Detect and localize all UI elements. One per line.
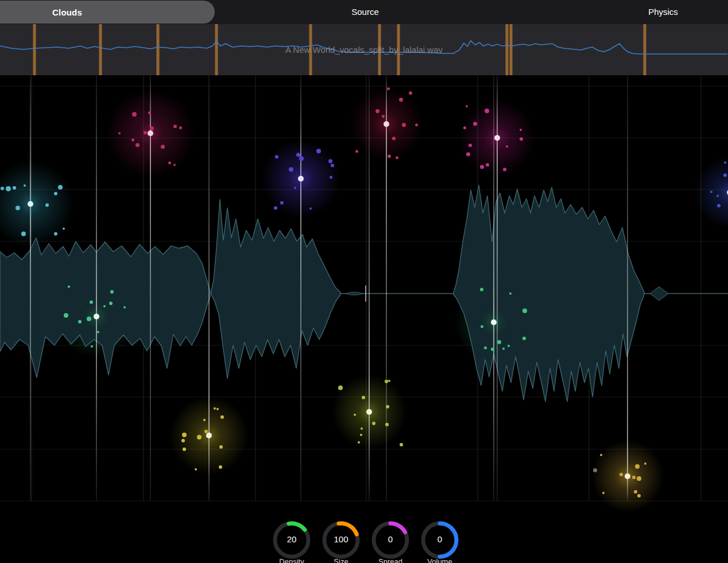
tab-clouds[interactable]: Clouds (0, 1, 215, 24)
grain-dot (717, 195, 719, 198)
olive-cloud-center[interactable] (366, 409, 372, 415)
grain-dot (388, 380, 390, 382)
grain-dot (219, 465, 222, 469)
olive-cloud-flare-beam (369, 75, 370, 501)
pink-cloud-glow (88, 71, 212, 195)
volume-knob-value: 0 (420, 534, 459, 544)
grain-dot (274, 206, 277, 209)
grain-dot (520, 137, 523, 141)
grain-dot (361, 427, 363, 430)
grain-dot (486, 163, 489, 167)
waveform-overview-strip[interactable]: A New World_vocals_split_by_lalalai.wav (0, 24, 728, 75)
tab-source[interactable]: Source (325, 0, 405, 24)
grain-dot (355, 150, 358, 153)
grain-dot (484, 346, 487, 349)
volume-knob[interactable]: 0 Volume (420, 520, 459, 563)
grain-dot (358, 441, 359, 443)
grain-dot (309, 207, 312, 210)
grain-dot (354, 414, 357, 417)
grain-dot (634, 490, 637, 493)
crimson-cloud-center[interactable] (384, 121, 389, 127)
grain-dot (219, 445, 223, 449)
grain-dot (503, 168, 506, 171)
grain-dot (362, 396, 365, 399)
grain-dot (1, 187, 4, 190)
cloud-flare-layer (0, 0, 728, 563)
magenta-cloud-glow (444, 85, 550, 191)
grain-dot (508, 345, 510, 347)
spread-knob-value: 0 (371, 534, 410, 544)
teal-cloud-flare-beam (30, 75, 31, 501)
grain-dot (203, 419, 206, 422)
grain-dot (109, 302, 113, 305)
grain-dot (632, 476, 635, 479)
pink-cloud-center[interactable] (148, 130, 153, 136)
grain-dot (183, 448, 185, 450)
grain-dot (24, 184, 26, 187)
yellow-cloud-center[interactable] (206, 433, 212, 438)
green-left-cloud-glow (39, 259, 154, 374)
purple-cloud-center[interactable] (298, 176, 304, 182)
grain-dot (637, 494, 641, 498)
crimson-cloud-glow (336, 74, 437, 175)
grain-dot (522, 309, 526, 313)
grain-dot (78, 320, 82, 323)
green-right-cloud-center[interactable] (491, 319, 497, 325)
yellow-cloud-glow (154, 381, 264, 490)
grain-dot (13, 186, 16, 189)
grain-dot (110, 290, 114, 294)
gold-cloud-center[interactable] (625, 473, 630, 479)
density-knob[interactable]: 20 Density (272, 520, 311, 563)
grain-dot (220, 415, 224, 419)
grain-dot (214, 407, 216, 410)
grain-dot (216, 408, 219, 410)
grain-dot (396, 156, 398, 159)
grain-dot (299, 156, 303, 160)
grain-dot (331, 164, 334, 167)
grain-dot (491, 348, 494, 351)
grain-dot (197, 435, 202, 440)
grain-dot (275, 155, 278, 158)
magenta-cloud-center[interactable] (494, 135, 500, 141)
size-knob-value: 100 (322, 534, 361, 544)
grain-dot (593, 468, 597, 472)
grain-dot (481, 325, 483, 328)
grain-dot (386, 405, 390, 409)
teal-cloud-glow (0, 144, 91, 264)
grain-dot (135, 143, 140, 147)
grain-dot (150, 126, 154, 130)
grain-dot (97, 331, 100, 334)
grain-dot (123, 306, 126, 309)
spread-knob[interactable]: 0 Spread (371, 520, 410, 563)
grain-dot (118, 132, 121, 134)
grain-dot (600, 454, 603, 457)
purple-cloud-glow (246, 124, 355, 233)
grain-canvas[interactable] (0, 0, 728, 563)
overview-waveform (0, 24, 728, 75)
teal-cloud-center[interactable] (28, 201, 33, 207)
blue-edge-cloud-glow (679, 142, 728, 243)
grain-dot (402, 123, 406, 127)
magenta-cloud-flare-beam (497, 75, 498, 501)
grain-dot (509, 292, 512, 295)
green-left-cloud-center[interactable] (94, 314, 99, 319)
grain-dots-layer (0, 0, 728, 563)
grain-dot (497, 340, 501, 344)
grain-dot (181, 439, 184, 442)
size-knob[interactable]: 100 Size (322, 520, 361, 563)
yellow-cloud-flare-beam (208, 75, 210, 501)
crimson-cloud-flare-beam (386, 75, 387, 501)
grain-dot (148, 111, 151, 114)
grain-dot (468, 144, 472, 147)
grain-dot (409, 91, 412, 95)
grain-dot (710, 191, 712, 193)
grain-dot (637, 476, 641, 480)
grain-dot (399, 98, 403, 102)
grain-dot (502, 348, 505, 350)
tab-physics[interactable]: Physics (623, 0, 703, 24)
grain-dot (463, 126, 466, 129)
grain-dot (480, 288, 483, 291)
green-left-cloud-flare-beam (96, 75, 97, 501)
tab-clouds-label: Clouds (52, 7, 82, 17)
grain-dot (328, 159, 332, 163)
